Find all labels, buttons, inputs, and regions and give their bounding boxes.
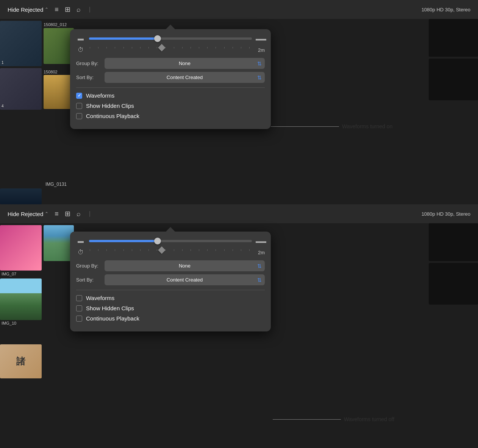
filter-label-2[interactable]: Hide Rejected ⌃ (8, 211, 48, 217)
tick2-13 (191, 249, 191, 251)
show-hidden-label: Show Hidden Clips (86, 103, 134, 109)
show-hidden-row-2: Show Hidden Clips (76, 305, 265, 311)
show-hidden-checkbox-2[interactable] (76, 305, 82, 311)
thumb-slider-fill (89, 37, 158, 40)
thumbnail-slider[interactable] (89, 37, 252, 40)
tick2-1 (90, 249, 90, 251)
group-by-dropdown-2[interactable]: None ⇅ (105, 260, 265, 271)
continuous-checkbox-2[interactable] (76, 316, 82, 322)
group-by-label: Group By: (76, 61, 105, 66)
duration-track-container-2 (89, 249, 250, 251)
search-icon-2[interactable]: ⌕ (77, 210, 81, 218)
tick2-5 (123, 249, 124, 251)
popover-arrow-top (166, 25, 175, 29)
clip-dark-right-2 (429, 59, 478, 100)
bottom-clip-label: IMG_0131 (45, 182, 67, 187)
duration-slider-handle-2[interactable] (158, 246, 166, 254)
tick-7 (140, 47, 141, 48)
popover-top: ▬ ▬▬ ⏱ (70, 25, 271, 129)
filter-title-text-2: Hide Rejected (8, 211, 43, 217)
chevron-updown-icon: ⌃ (45, 7, 48, 12)
clip-item-4[interactable] (44, 75, 74, 109)
group-by-arrow-icon-2: ⇅ (257, 263, 262, 269)
filmstrip-icon[interactable]: ⊞ (65, 5, 70, 14)
thumbnail-size-row: ▬ ▬▬ (76, 35, 265, 42)
clip-thumb (0, 21, 42, 66)
clock-icon: ⏱ (76, 47, 85, 53)
clip-label-img10: IMG_10 (2, 321, 16, 325)
waveforms-checkbox-2[interactable] (76, 295, 82, 301)
show-hidden-checkbox[interactable] (76, 103, 82, 109)
popover-bottom: ▬ ▬▬ ⏱ (70, 227, 271, 331)
tick2-17 (224, 249, 225, 251)
clock-icon-2: ⏱ (76, 249, 85, 256)
size-small-icon: ▬ (76, 35, 85, 42)
filmstrip-icon-2[interactable]: ⊞ (65, 210, 70, 218)
list-view-icon-2[interactable]: ≡ (55, 210, 59, 218)
popover-separator-1 (76, 87, 265, 88)
tick-19 (241, 47, 241, 48)
duration-label: 2m (254, 47, 265, 53)
waveforms-label-2: Waveforms (86, 295, 114, 301)
clip-number: 1 (2, 61, 4, 65)
panel-bottom: Hide Rejected ⌃ ≡ ⊞ ⌕ | 1080p HD 30p, St… (0, 204, 478, 448)
sort-by-dropdown[interactable]: Content Created ⇅ (105, 72, 265, 83)
thumb-slider-fill-2 (89, 240, 158, 242)
duration-row-2: ⏱ (76, 249, 265, 256)
clip-dark-right (429, 19, 478, 57)
duration-slider-2[interactable] (89, 249, 250, 255)
tick2-12 (182, 249, 183, 251)
filter-label[interactable]: Hide Rejected ⌃ (8, 6, 48, 13)
tick-1 (90, 47, 90, 48)
tick-marks-2 (89, 249, 250, 251)
sort-by-value-2: Content Created (167, 277, 203, 283)
list-view-icon[interactable]: ≡ (55, 6, 59, 14)
continuous-checkbox[interactable] (76, 113, 82, 119)
thumbnail-slider-2[interactable] (89, 240, 252, 242)
thumb-slider-handle-2[interactable] (154, 238, 161, 244)
clip-mountain-2[interactable] (44, 225, 74, 261)
popover-content-top: ▬ ▬▬ ⏱ (70, 29, 271, 129)
tick-2 (98, 47, 98, 48)
waveforms-checkbox[interactable] (76, 93, 82, 99)
filter-title-text: Hide Rejected (8, 6, 43, 13)
clip-mountain-1[interactable] (0, 278, 42, 320)
clip-item-3[interactable]: 4 (0, 68, 42, 110)
calligraphy-char: 諸 (16, 355, 25, 367)
clip-thumb-3 (0, 68, 42, 110)
clip-filename-2: 150802 (44, 68, 74, 75)
waveforms-row-2: Waveforms (76, 295, 265, 301)
group-by-row: Group By: None ⇅ (76, 58, 265, 69)
search-icon[interactable]: ⌕ (77, 6, 81, 14)
tick-13 (191, 47, 191, 48)
sort-by-value: Content Created (167, 75, 203, 80)
duration-row: ⏱ (76, 47, 265, 53)
tick2-19 (241, 249, 241, 251)
thumbnail-size-row-2: ▬ ▬▬ (76, 238, 265, 244)
duration-slider-handle[interactable] (158, 44, 166, 51)
group-by-dropdown[interactable]: None ⇅ (105, 58, 265, 69)
spec-label: 1080p HD 30p, Stereo (422, 7, 470, 12)
tick-20 (249, 47, 250, 48)
tick2-9 (157, 249, 157, 251)
tick2-6 (132, 249, 132, 251)
spec-label-2: 1080p HD 30p, Stereo (422, 211, 470, 217)
tick2-2 (98, 249, 98, 251)
clip-item-2[interactable] (44, 28, 74, 64)
clip-pink[interactable] (0, 225, 42, 271)
tick-8 (148, 47, 149, 48)
show-hidden-label-2: Show Hidden Clips (86, 305, 134, 311)
clip-calligraphy[interactable]: 諸 (0, 344, 42, 378)
duration-label-2: 2m (254, 250, 265, 255)
sort-by-dropdown-2[interactable]: Content Created ⇅ (105, 274, 265, 285)
sort-by-arrow-icon: ⇅ (257, 75, 262, 81)
clip-dark-right2-2 (429, 263, 478, 305)
clip-item-1[interactable]: 1 (0, 21, 42, 66)
continuous-row: Continuous Playback (76, 113, 265, 119)
annotation-text-top: Waveforms turned on (342, 123, 392, 129)
tick-9 (157, 47, 157, 48)
duration-slider[interactable] (89, 47, 250, 53)
group-by-value: None (179, 61, 191, 66)
toolbar-separator-2: | (89, 210, 91, 217)
thumb-slider-handle[interactable] (154, 35, 161, 42)
